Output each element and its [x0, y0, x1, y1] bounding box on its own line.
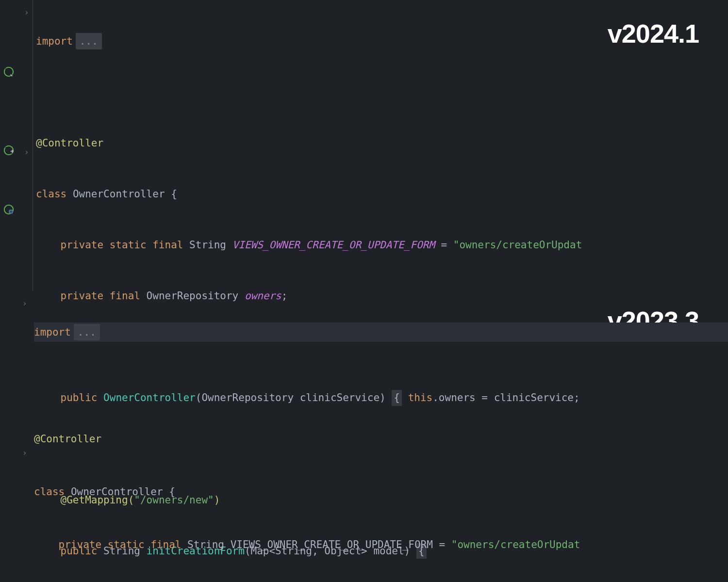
editor-comparison: v2024.1 › › import... @Controller class …: [0, 0, 728, 582]
gutter-bottom: › ›: [0, 291, 33, 582]
spring-autowired-icon[interactable]: [3, 145, 15, 156]
chevron-right-icon[interactable]: ›: [22, 447, 27, 459]
code-line[interactable]: @Controller: [36, 133, 728, 153]
code-line[interactable]: import...: [34, 323, 728, 342]
code-line[interactable]: import...: [36, 32, 728, 51]
code-line[interactable]: private static final String VIEWS_OWNER_…: [34, 534, 728, 555]
code-line[interactable]: class OwnerController {: [34, 481, 728, 502]
code-line[interactable]: [34, 373, 728, 397]
editor-pane-bottom: v2023.3 › › import... @Controller class …: [0, 291, 728, 582]
spring-web-icon[interactable]: [3, 204, 15, 215]
code-line[interactable]: class OwnerController {: [36, 184, 728, 204]
spring-bean-icon[interactable]: [3, 66, 15, 78]
chevron-right-icon[interactable]: ›: [24, 146, 29, 159]
editor-pane-top: v2024.1 › › import... @Controller class …: [0, 0, 728, 291]
gutter-top: › ›: [0, 0, 33, 291]
chevron-right-icon[interactable]: ›: [22, 298, 27, 310]
fold-ellipsis[interactable]: ...: [74, 324, 100, 341]
code-line[interactable]: [36, 82, 728, 102]
fold-ellipsis[interactable]: ...: [76, 33, 102, 50]
code-line[interactable]: @Controller: [34, 428, 728, 450]
chevron-right-icon[interactable]: ›: [24, 7, 29, 19]
code-line[interactable]: private static final String VIEWS_OWNER_…: [36, 235, 728, 255]
code-area-bottom[interactable]: import... @Controller class OwnerControl…: [34, 291, 728, 582]
